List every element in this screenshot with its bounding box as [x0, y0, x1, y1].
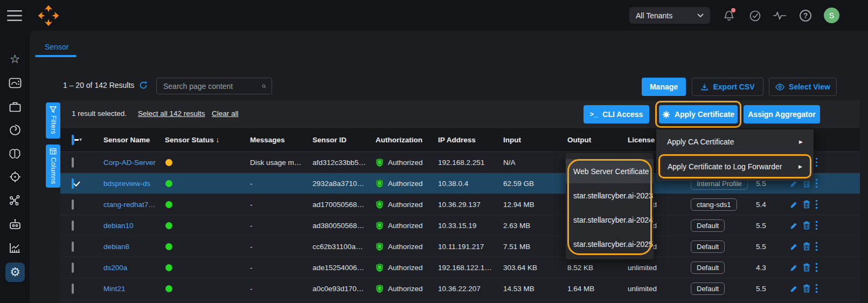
row-checkbox[interactable]	[72, 221, 74, 231]
apply-certificate-highlight: Apply Certificate	[655, 101, 741, 128]
profile-cell: ctang-sds1	[687, 198, 752, 211]
sidebar-item-ai[interactable]	[0, 144, 30, 163]
sidebar-item-automation[interactable]	[0, 215, 30, 234]
col-authorization[interactable]: Authorization	[372, 136, 434, 144]
sidebar-item-detect[interactable]	[0, 167, 30, 187]
sensor-name-link[interactable]: debian8	[103, 243, 129, 251]
profile-chip: Default	[691, 219, 725, 232]
more-actions-kebab-icon[interactable]	[815, 284, 818, 293]
assign-aggregator-button[interactable]: Assign Aggregator	[744, 105, 820, 123]
authorization-cell: Authorized	[372, 242, 434, 251]
submenu-item-cert-2023[interactable]: star.stellarcyber.ai-2023	[566, 183, 654, 208]
hamburger-menu-icon[interactable]	[7, 10, 22, 22]
export-csv-button[interactable]: Export CSV	[692, 78, 763, 96]
more-actions-kebab-icon[interactable]	[815, 157, 818, 167]
row-checkbox[interactable]	[72, 199, 74, 210]
sensor-name-link[interactable]: bdspreview-ds	[103, 180, 150, 188]
tasks-check-icon[interactable]	[748, 9, 762, 23]
top-bar: All Tenants ? S	[0, 0, 868, 31]
submenu-item-cert-2024[interactable]: star.stellarcyber.ai-2024	[566, 208, 654, 232]
sidebar-item-reports[interactable]	[0, 238, 30, 257]
tenant-selector-value: All Tenants	[636, 11, 672, 20]
messages-cell: -	[246, 201, 309, 209]
search-icon[interactable]	[262, 82, 266, 91]
sensor-name-link[interactable]: ctang-redhat7…	[103, 201, 156, 209]
col-sensor-id[interactable]: Sensor ID	[309, 136, 372, 144]
row-checkbox[interactable]	[72, 242, 74, 252]
star-icon: ☆	[10, 53, 20, 65]
tab-sensor[interactable]: Sensor	[45, 43, 68, 51]
delete-icon[interactable]	[803, 200, 810, 209]
profile-cell: Default	[687, 261, 752, 274]
assign-aggregator-label: Assign Aggregator	[748, 110, 816, 119]
sidebar-item-connections[interactable]	[0, 191, 30, 210]
search-input[interactable]	[162, 81, 262, 91]
delete-icon[interactable]	[803, 242, 810, 251]
columns-panel-toggle[interactable]: Columns	[46, 144, 60, 188]
more-actions-kebab-icon[interactable]	[815, 199, 818, 209]
edit-icon[interactable]	[790, 285, 798, 293]
system-health-pulse-icon[interactable]	[773, 9, 787, 23]
selection-caret-icon[interactable]: ▾	[79, 136, 82, 142]
sort-desc-icon[interactable]: ↓	[216, 136, 220, 144]
edit-icon[interactable]	[790, 222, 798, 230]
row-checkbox[interactable]	[72, 263, 74, 273]
more-actions-kebab-icon[interactable]	[815, 263, 818, 272]
edit-icon[interactable]	[790, 264, 798, 272]
col-output[interactable]: Output	[564, 136, 624, 144]
help-icon[interactable]: ?	[798, 9, 813, 23]
delete-icon[interactable]	[803, 284, 810, 293]
col-messages[interactable]: Messages	[246, 136, 309, 144]
table-row: debian10-ad380050568…Authorized10.33.15.…	[60, 215, 860, 236]
sidebar-item-cases[interactable]	[0, 97, 30, 116]
row-checkbox[interactable]	[72, 157, 74, 168]
terminal-icon: >_	[590, 111, 599, 118]
apply-certificate-button[interactable]: Apply Certificate	[659, 105, 738, 123]
sidebar-item-settings[interactable]: ⚙	[5, 263, 25, 282]
clear-all-link[interactable]: Clear all	[212, 109, 239, 118]
col-sensor-name[interactable]: Sensor Name	[100, 136, 161, 144]
menu-item-apply-ca-certificate[interactable]: Apply CA Certificate ▶	[656, 129, 814, 154]
user-avatar[interactable]: S	[824, 8, 839, 23]
submenu-item-cert-2025[interactable]: star.stellarcyber.ai-2025	[566, 232, 654, 256]
input-cell: 62.59 GB	[499, 180, 564, 188]
version-cell: 5.4	[752, 201, 780, 209]
sidebar-item-dashboards[interactable]	[0, 73, 30, 93]
submenu-item-web-server-certificate[interactable]: Web Server Certificate	[566, 159, 654, 183]
input-cell: 12.94 MB	[499, 201, 564, 209]
filters-panel-toggle[interactable]: Filters	[46, 102, 60, 139]
select-all-checkbox[interactable]	[72, 135, 74, 145]
tenant-selector[interactable]: All Tenants	[629, 7, 710, 24]
select-view-button[interactable]: Select View	[769, 78, 837, 96]
edit-icon[interactable]	[790, 243, 798, 251]
refresh-icon[interactable]	[139, 81, 148, 89]
delete-icon[interactable]	[803, 221, 810, 230]
sidebar-item-investigate[interactable]	[0, 120, 30, 140]
edit-icon[interactable]	[790, 201, 798, 209]
menu-item-apply-cert-log-forwarder[interactable]: Apply Certificate to Log Forwarder ▶	[660, 156, 810, 177]
sensor-name-link[interactable]: ds200a	[103, 264, 127, 272]
row-checkbox[interactable]	[72, 178, 74, 189]
profile-chip: Default	[691, 240, 725, 253]
more-actions-kebab-icon[interactable]	[815, 221, 818, 230]
sensor-id-cell: ade15254006…	[309, 264, 372, 272]
sidebar-item-favorites[interactable]: ☆	[0, 50, 30, 69]
col-input[interactable]: Input	[499, 136, 564, 144]
cli-access-button[interactable]: >_ CLI Access	[584, 105, 649, 123]
col-sensor-status[interactable]: Sensor Status ↓	[161, 136, 246, 144]
authorization-cell: Authorized	[372, 284, 434, 293]
sensor-name-link[interactable]: Corp-AD-Server	[103, 159, 156, 167]
more-actions-kebab-icon[interactable]	[815, 242, 818, 251]
briefcase-icon	[9, 101, 21, 112]
select-all-link[interactable]: Select all 142 results	[138, 109, 205, 118]
notifications-bell-icon[interactable]	[722, 9, 736, 23]
manage-button[interactable]: Manage	[642, 78, 686, 96]
more-actions-kebab-icon[interactable]	[815, 178, 818, 188]
ip-address-cell: 192.168.2.251	[434, 159, 499, 167]
sensor-name-cell: Corp-AD-Server	[100, 159, 161, 167]
sensor-name-link[interactable]: debian10	[103, 222, 134, 230]
row-checkbox[interactable]	[72, 284, 74, 294]
sensor-name-link[interactable]: Mint21	[103, 285, 126, 293]
delete-icon[interactable]	[803, 263, 810, 272]
col-ip-address[interactable]: IP Address	[434, 136, 499, 144]
